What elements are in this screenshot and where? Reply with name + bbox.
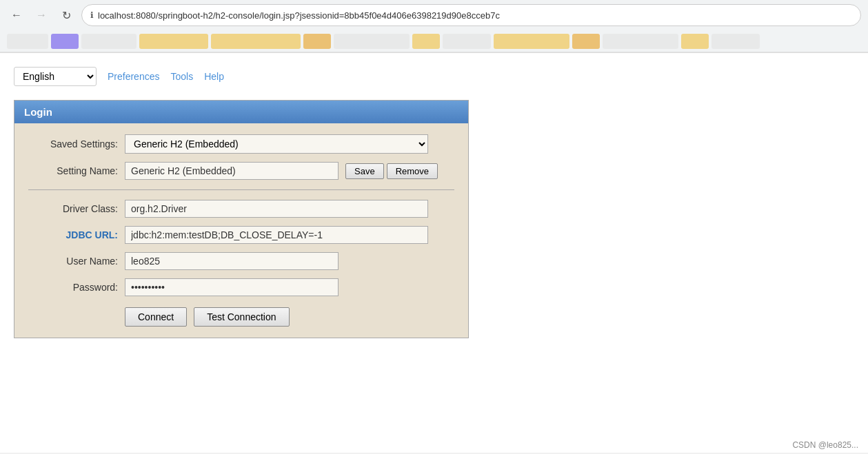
password-label: Password: (28, 282, 118, 293)
preferences-link[interactable]: Preferences (108, 71, 159, 82)
bookmark-8[interactable] (412, 34, 440, 49)
bookmark-5[interactable] (211, 34, 301, 49)
browser-toolbar: ← → ↻ ℹ localhost:8080/springboot-h2/h2-… (0, 0, 868, 30)
driver-class-label: Driver Class: (28, 203, 118, 214)
page-content: English Preferences Tools Help Login Sav… (0, 53, 868, 453)
remove-button[interactable]: Remove (387, 163, 438, 179)
bookmarks-bar (0, 30, 868, 52)
jdbc-url-row: JDBC URL: (28, 226, 454, 244)
password-row: Password: (28, 278, 454, 296)
user-name-label: User Name: (28, 256, 118, 267)
connect-button[interactable]: Connect (125, 307, 187, 327)
tools-link[interactable]: Tools (170, 71, 193, 82)
back-button[interactable]: ← (7, 6, 26, 25)
lock-icon: ℹ (90, 10, 94, 20)
language-select[interactable]: English (14, 67, 97, 86)
top-nav: English Preferences Tools Help (14, 67, 854, 86)
bookmark-11[interactable] (572, 34, 600, 49)
user-name-row: User Name: (28, 252, 454, 270)
login-body: Saved Settings: Generic H2 (Embedded) Se… (14, 123, 468, 338)
bookmark-2[interactable] (51, 34, 79, 49)
page-footer: CSDN @leo825... (792, 440, 858, 450)
jdbc-url-input[interactable] (125, 226, 428, 244)
saved-settings-select[interactable]: Generic H2 (Embedded) (125, 134, 428, 154)
test-connection-button[interactable]: Test Connection (194, 307, 289, 327)
jdbc-url-label: JDBC URL: (28, 229, 118, 240)
bookmark-9[interactable] (443, 34, 491, 49)
divider (28, 189, 454, 190)
user-name-input[interactable] (125, 252, 339, 270)
saved-settings-label: Saved Settings: (28, 138, 118, 149)
setting-name-input[interactable] (125, 162, 339, 180)
browser-chrome: ← → ↻ ℹ localhost:8080/springboot-h2/h2-… (0, 0, 868, 53)
login-header: Login (14, 101, 468, 123)
action-row: Connect Test Connection (28, 307, 454, 327)
footer-text: CSDN @leo825... (792, 440, 858, 450)
setting-name-buttons: Save Remove (345, 163, 438, 179)
bookmark-13[interactable] (681, 34, 709, 49)
driver-class-row: Driver Class: (28, 200, 454, 218)
bookmark-7[interactable] (334, 34, 410, 49)
login-title: Login (24, 106, 52, 118)
bookmark-1[interactable] (7, 34, 48, 49)
refresh-button[interactable]: ↻ (57, 6, 76, 25)
saved-settings-row: Saved Settings: Generic H2 (Embedded) (28, 134, 454, 154)
bookmark-12[interactable] (603, 34, 678, 49)
driver-class-input[interactable] (125, 200, 428, 218)
help-link[interactable]: Help (204, 71, 224, 82)
login-panel: Login Saved Settings: Generic H2 (Embedd… (14, 100, 469, 338)
url-text: localhost:8080/springboot-h2/h2-console/… (98, 10, 500, 21)
setting-name-label: Setting Name: (28, 165, 118, 176)
bookmark-10[interactable] (494, 34, 569, 49)
bookmark-6[interactable] (303, 34, 331, 49)
setting-name-row: Setting Name: Save Remove (28, 162, 454, 180)
bookmark-3[interactable] (81, 34, 137, 49)
save-button[interactable]: Save (345, 163, 384, 179)
bookmark-4[interactable] (139, 34, 208, 49)
address-bar[interactable]: ℹ localhost:8080/springboot-h2/h2-consol… (81, 4, 861, 26)
bookmark-14[interactable] (711, 34, 760, 49)
password-input[interactable] (125, 278, 339, 296)
forward-button[interactable]: → (32, 6, 51, 25)
